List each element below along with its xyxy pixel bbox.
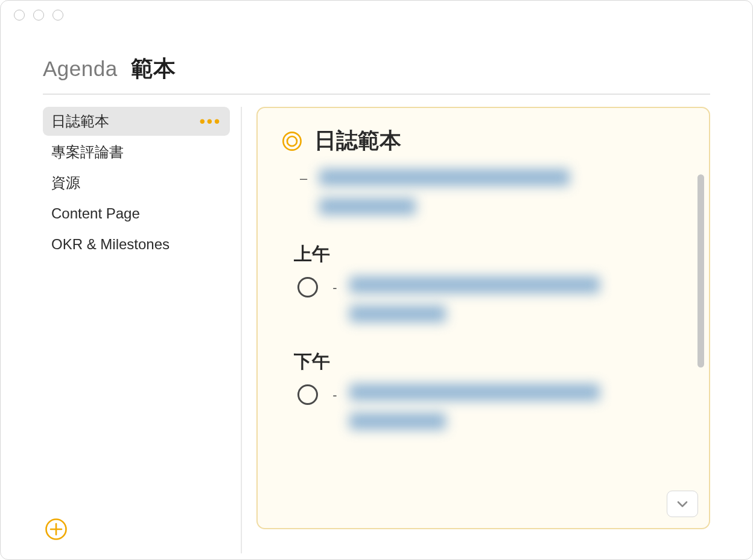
- checklist-content: -: [331, 384, 685, 430]
- sidebar-item-content-page[interactable]: Content Page: [43, 199, 230, 228]
- traffic-light-minimize[interactable]: [33, 10, 44, 21]
- expand-button[interactable]: [667, 491, 698, 517]
- dash-bullet-icon: -: [331, 276, 338, 296]
- sidebar-item-label: 日誌範本: [51, 112, 109, 131]
- note-title-row: 日誌範本: [282, 126, 685, 156]
- window-titlebar: [1, 1, 752, 30]
- note-checklist-row: -: [282, 276, 685, 322]
- note-checklist-row: -: [282, 384, 685, 430]
- double-circle-icon: [282, 131, 302, 151]
- template-list: 日誌範本 ••• 專案評論書 資源 Content Page OKR & Mil…: [43, 107, 230, 517]
- redacted-content: [349, 384, 685, 430]
- checklist-content: -: [331, 276, 685, 322]
- note-section-heading-morning: 上午: [294, 242, 685, 267]
- redacted-content: [349, 276, 685, 322]
- sidebar-item-label: OKR & Milestones: [51, 236, 170, 253]
- sidebar-item-label: Content Page: [51, 205, 140, 222]
- page-title: 範本: [131, 54, 176, 84]
- note-card[interactable]: 日誌範本 – 上午 -: [256, 107, 710, 529]
- content-area: 日誌範本 – 上午 -: [242, 107, 710, 553]
- redacted-content: [319, 169, 685, 215]
- sidebar-item-label: 專案評論書: [51, 142, 124, 162]
- note-bullet-row: –: [282, 169, 685, 215]
- chevron-down-icon: [676, 497, 689, 511]
- dash-bullet-icon: -: [331, 384, 338, 403]
- note-title: 日誌範本: [314, 126, 401, 156]
- ellipsis-icon[interactable]: •••: [200, 113, 221, 129]
- empty-circle-checkbox-icon[interactable]: [297, 277, 318, 298]
- sidebar-item-okr-milestones[interactable]: OKR & Milestones: [43, 230, 230, 259]
- svg-point-4: [287, 136, 297, 145]
- traffic-light-close[interactable]: [14, 10, 25, 21]
- empty-circle-checkbox-icon[interactable]: [297, 384, 318, 405]
- sidebar-item-resources[interactable]: 資源: [43, 168, 230, 197]
- template-sidebar: 日誌範本 ••• 專案評論書 資源 Content Page OKR & Mil…: [43, 107, 242, 553]
- sidebar-item-project-review[interactable]: 專案評論書: [43, 138, 230, 167]
- app-name: Agenda: [43, 57, 118, 81]
- dash-bullet-icon: –: [300, 169, 307, 186]
- plus-circle-icon: [45, 518, 68, 541]
- page-header: Agenda 範本: [1, 30, 752, 94]
- add-template-button[interactable]: [44, 517, 68, 541]
- app-window: Agenda 範本 日誌範本 ••• 專案評論書 資源 Content Pa: [0, 0, 753, 560]
- svg-point-3: [283, 132, 300, 150]
- vertical-scrollbar[interactable]: [697, 174, 704, 368]
- sidebar-item-journal-template[interactable]: 日誌範本 •••: [43, 107, 230, 136]
- note-section-heading-afternoon: 下午: [294, 349, 685, 374]
- body: 日誌範本 ••• 專案評論書 資源 Content Page OKR & Mil…: [1, 95, 752, 553]
- traffic-light-zoom[interactable]: [52, 10, 63, 21]
- sidebar-item-label: 資源: [51, 173, 80, 192]
